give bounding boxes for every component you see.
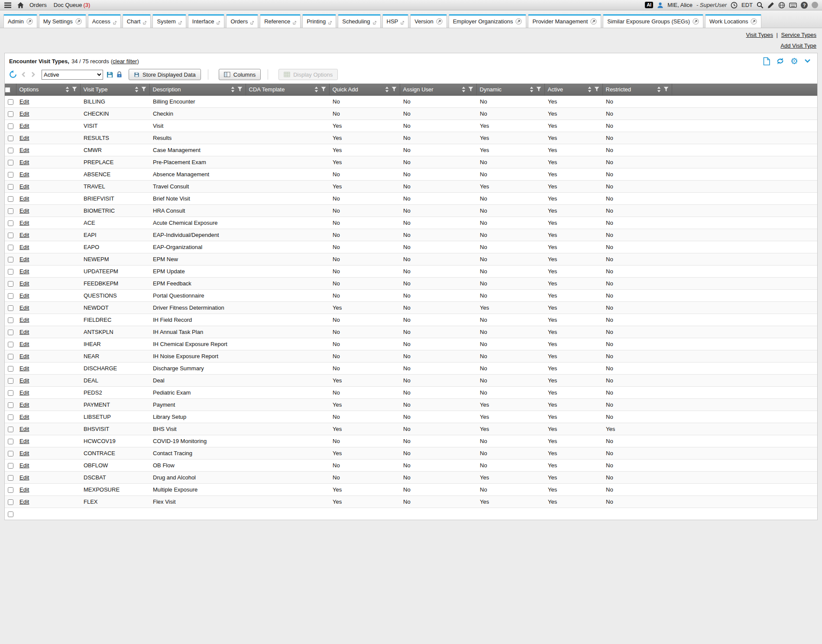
row-checkbox[interactable] bbox=[8, 487, 13, 493]
edit-link[interactable]: Edit bbox=[19, 110, 29, 117]
row-checkbox[interactable] bbox=[8, 136, 13, 141]
clock-icon[interactable] bbox=[731, 2, 738, 9]
tab-version[interactable]: Version bbox=[410, 14, 447, 28]
edit-link[interactable]: Edit bbox=[19, 159, 29, 165]
row-checkbox[interactable] bbox=[8, 402, 13, 408]
tab-admin[interactable]: Admin bbox=[3, 14, 37, 28]
nav-doc-queue-link[interactable]: Doc Queue bbox=[54, 2, 82, 8]
filter-icon[interactable] bbox=[392, 87, 397, 92]
filter-icon[interactable] bbox=[72, 87, 77, 92]
edit-link[interactable]: Edit bbox=[19, 232, 29, 238]
edit-link[interactable]: Edit bbox=[19, 450, 29, 456]
tab-work-locations[interactable]: Work Locations bbox=[705, 14, 761, 28]
sort-icon[interactable] bbox=[462, 87, 466, 92]
edit-link[interactable]: Edit bbox=[19, 498, 29, 505]
row-checkbox[interactable] bbox=[8, 269, 13, 275]
row-checkbox[interactable] bbox=[8, 439, 13, 444]
edit-link[interactable]: Edit bbox=[19, 304, 29, 311]
row-checkbox[interactable] bbox=[8, 172, 13, 178]
filter-icon[interactable] bbox=[594, 87, 599, 92]
hamburger-menu-icon[interactable] bbox=[4, 2, 12, 8]
help-icon[interactable]: ? bbox=[801, 2, 808, 9]
home-icon[interactable] bbox=[17, 2, 24, 9]
edit-link[interactable]: Edit bbox=[19, 220, 29, 226]
edit-link[interactable]: Edit bbox=[19, 329, 29, 335]
edit-link[interactable]: Edit bbox=[19, 292, 29, 299]
edit-link[interactable]: Edit bbox=[19, 195, 29, 202]
columns-button[interactable]: Columns bbox=[219, 69, 261, 80]
edit-link[interactable]: Edit bbox=[19, 147, 29, 153]
prev-page-icon[interactable] bbox=[20, 71, 27, 78]
filter-icon[interactable] bbox=[663, 87, 669, 92]
mini-popout-icon[interactable] bbox=[328, 21, 332, 25]
edit-link[interactable]: Edit bbox=[19, 98, 29, 105]
edit-link[interactable]: Edit bbox=[19, 389, 29, 396]
col-header-assign-user[interactable]: Assign User bbox=[400, 84, 476, 95]
nav-doc-queue[interactable]: Doc Queue(3) bbox=[54, 2, 91, 8]
chevron-down-icon[interactable] bbox=[804, 59, 811, 63]
row-checkbox[interactable] bbox=[8, 160, 13, 165]
nav-orders-link[interactable]: Orders bbox=[29, 2, 47, 8]
edit-link[interactable]: Edit bbox=[19, 365, 29, 372]
row-checkbox[interactable] bbox=[8, 414, 13, 420]
edit-link[interactable]: Edit bbox=[19, 414, 29, 420]
tab-my-settings[interactable]: My Settings bbox=[39, 14, 86, 28]
sort-icon[interactable] bbox=[588, 87, 592, 92]
row-checkbox[interactable] bbox=[8, 99, 13, 105]
tab-access[interactable]: Access bbox=[88, 14, 121, 28]
edit-link[interactable]: Edit bbox=[19, 486, 29, 493]
edit-link[interactable]: Edit bbox=[19, 256, 29, 262]
sort-icon[interactable] bbox=[65, 87, 69, 92]
col-header-options[interactable]: Options bbox=[16, 84, 80, 95]
gear-icon[interactable]: ⚙ bbox=[790, 57, 798, 65]
reset-icon[interactable] bbox=[9, 70, 17, 79]
row-checkbox[interactable] bbox=[8, 354, 13, 359]
mini-popout-icon[interactable] bbox=[293, 21, 296, 25]
mini-popout-icon[interactable] bbox=[373, 21, 376, 25]
footer-checkbox[interactable] bbox=[8, 511, 13, 517]
row-checkbox[interactable] bbox=[8, 184, 13, 190]
col-header-quick-add[interactable]: Quick Add bbox=[329, 84, 400, 95]
sort-icon[interactable] bbox=[135, 87, 139, 92]
row-checkbox[interactable] bbox=[8, 317, 13, 323]
next-page-icon[interactable] bbox=[30, 71, 36, 78]
visit-types-link[interactable]: Visit Types bbox=[746, 32, 773, 38]
row-checkbox[interactable] bbox=[8, 427, 13, 432]
edit-link[interactable]: Edit bbox=[19, 341, 29, 347]
edit-link[interactable]: Edit bbox=[19, 438, 29, 444]
filter-icon[interactable] bbox=[536, 87, 541, 92]
row-checkbox[interactable] bbox=[8, 196, 13, 202]
popout-icon[interactable] bbox=[751, 18, 757, 25]
row-checkbox[interactable] bbox=[8, 208, 13, 214]
service-types-link[interactable]: Service Types bbox=[781, 32, 816, 38]
add-visit-type-link[interactable]: Add Visit Type bbox=[780, 42, 816, 49]
row-checkbox[interactable] bbox=[8, 330, 13, 335]
edit-link[interactable]: Edit bbox=[19, 207, 29, 214]
col-header-active[interactable]: Active bbox=[544, 84, 602, 95]
mini-popout-icon[interactable] bbox=[401, 21, 404, 25]
popout-icon[interactable] bbox=[590, 18, 597, 25]
sort-icon[interactable] bbox=[314, 87, 318, 92]
edit-link[interactable]: Edit bbox=[19, 401, 29, 408]
edit-link[interactable]: Edit bbox=[19, 280, 29, 287]
edit-link[interactable]: Edit bbox=[19, 123, 29, 129]
clear-filter-link[interactable]: clear filter bbox=[113, 58, 137, 65]
row-checkbox[interactable] bbox=[8, 220, 13, 226]
edit-link[interactable]: Edit bbox=[19, 377, 29, 384]
row-checkbox[interactable] bbox=[8, 257, 13, 262]
save-filter-icon[interactable] bbox=[106, 71, 113, 78]
row-checkbox[interactable] bbox=[8, 390, 13, 396]
edit-link[interactable]: Edit bbox=[19, 183, 29, 190]
row-checkbox[interactable] bbox=[8, 281, 13, 287]
row-checkbox[interactable] bbox=[8, 342, 13, 347]
col-header-description[interactable]: Description bbox=[149, 84, 246, 95]
edit-link[interactable]: Edit bbox=[19, 426, 29, 432]
row-checkbox[interactable] bbox=[8, 305, 13, 311]
popout-icon[interactable] bbox=[693, 18, 699, 25]
search-icon[interactable] bbox=[757, 2, 764, 9]
tab-reference[interactable]: Reference bbox=[260, 14, 301, 28]
ai-badge[interactable]: AI bbox=[645, 2, 653, 8]
tab-scheduling[interactable]: Scheduling bbox=[338, 14, 380, 28]
row-checkbox[interactable] bbox=[8, 233, 13, 238]
tab-employer-organizations[interactable]: Employer Organizations bbox=[449, 14, 527, 28]
